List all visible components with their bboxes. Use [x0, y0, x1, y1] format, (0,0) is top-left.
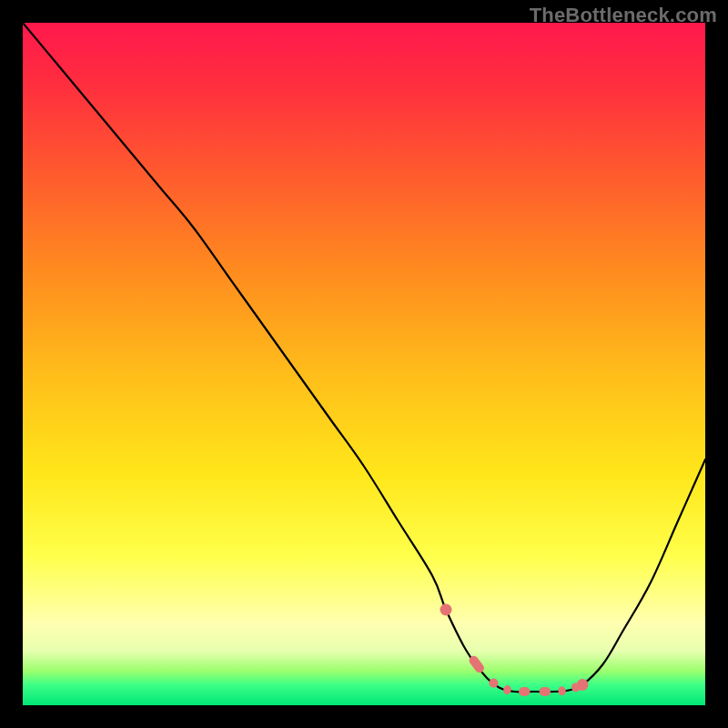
marker-group — [440, 604, 589, 697]
marker-dash — [540, 687, 551, 696]
marker-dash — [502, 684, 512, 695]
chart-frame: TheBottleneck.com — [0, 0, 728, 728]
marker-dash — [519, 687, 530, 696]
plot-area — [23, 23, 705, 705]
watermark-text: TheBottleneck.com — [530, 4, 717, 27]
marker-dash — [558, 686, 566, 696]
chart-svg — [23, 23, 705, 705]
marker-dot — [440, 604, 452, 616]
bottleneck-curve — [23, 23, 705, 692]
